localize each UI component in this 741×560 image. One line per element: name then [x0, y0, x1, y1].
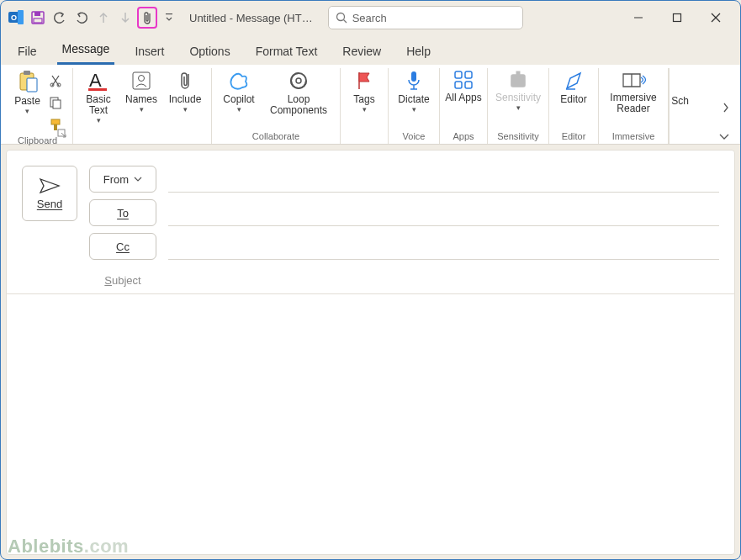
paste-button[interactable]: Paste ▾: [11, 68, 45, 116]
minimize-button[interactable]: [619, 4, 658, 31]
send-button[interactable]: Send: [22, 166, 77, 221]
undo-icon[interactable]: [50, 7, 70, 29]
svg-rect-20: [51, 119, 60, 124]
search-container: Search: [328, 6, 619, 29]
svg-rect-33: [465, 71, 472, 78]
svg-rect-37: [511, 81, 525, 87]
svg-rect-4: [34, 12, 40, 16]
tab-options[interactable]: Options: [184, 40, 235, 65]
group-editor: Editor Editor: [549, 68, 599, 144]
watermark: Ablebits.com: [8, 536, 129, 557]
editor-button[interactable]: Editor: [554, 68, 593, 105]
group-voice: Dictate ▾ Voice: [389, 68, 440, 144]
attach-file-icon[interactable]: [137, 7, 157, 29]
immersive-reader-button[interactable]: Immersive Reader: [604, 68, 663, 114]
basic-text-button[interactable]: A Basic Text ▾: [78, 68, 119, 125]
message-body[interactable]: [22, 302, 719, 546]
compose-area: Send From To Cc Subject: [6, 150, 735, 555]
copy-icon: [49, 96, 62, 109]
immersive-reader-icon: [621, 70, 646, 90]
copilot-button[interactable]: Copilot ▾: [217, 68, 261, 114]
next-item-icon[interactable]: [115, 7, 135, 29]
tab-insert[interactable]: Insert: [130, 40, 169, 65]
ribbon: Paste ▾ Clipboard A Basic Text ▾ Names ▾: [1, 65, 740, 145]
clipboard-launcher[interactable]: [57, 129, 69, 140]
group-tags: Tags ▾: [341, 68, 389, 144]
svg-text:A: A: [89, 70, 102, 91]
ribbon-overflow[interactable]: Sch: [669, 68, 691, 144]
send-icon: [39, 177, 61, 194]
ribbon-collapse-button[interactable]: [718, 132, 730, 140]
include-icon: [177, 70, 193, 92]
copy-button[interactable]: [46, 93, 65, 112]
svg-point-7: [336, 13, 344, 21]
window-title: Untitled - Message (HT…: [189, 12, 313, 24]
subject-field[interactable]: [168, 267, 719, 293]
quick-access-toolbar: O: [6, 7, 179, 29]
maximize-button[interactable]: [658, 4, 696, 31]
title-bar: O Untitled - Message (HT… Search: [1, 1, 740, 34]
svg-rect-31: [411, 71, 416, 82]
cc-field[interactable]: [168, 233, 719, 260]
to-button[interactable]: To: [89, 199, 156, 226]
from-button[interactable]: From: [89, 166, 156, 193]
chevron-down-icon: ▾: [140, 106, 144, 114]
svg-rect-6: [166, 13, 172, 14]
svg-rect-19: [53, 100, 61, 108]
svg-point-26: [139, 76, 145, 82]
paste-icon: [17, 70, 39, 93]
names-icon: [130, 70, 152, 92]
dictate-button[interactable]: Dictate ▾: [394, 68, 434, 114]
compose-divider: [7, 293, 734, 294]
group-apps: All Apps Apps: [440, 68, 488, 144]
previous-item-icon[interactable]: [93, 7, 114, 29]
loop-components-button[interactable]: Loop Components: [262, 68, 335, 116]
tab-review[interactable]: Review: [337, 40, 386, 65]
search-input[interactable]: Search: [328, 6, 523, 29]
svg-rect-32: [455, 71, 462, 78]
to-field[interactable]: [168, 199, 719, 226]
include-button[interactable]: Include ▾: [164, 68, 206, 114]
tags-button[interactable]: Tags ▾: [346, 68, 383, 114]
close-button[interactable]: [696, 4, 735, 31]
subject-label: Subject: [89, 274, 156, 287]
group-immersive: Immersive Reader Immersive: [599, 68, 669, 144]
flag-icon: [355, 70, 373, 92]
svg-rect-10: [674, 14, 681, 22]
chevron-down-icon: ▾: [183, 106, 188, 114]
group-clipboard: Paste ▾ Clipboard: [3, 68, 73, 144]
save-icon[interactable]: [28, 7, 48, 29]
search-icon: [336, 12, 347, 24]
chevron-down-icon: ▾: [412, 106, 416, 114]
outlook-icon[interactable]: O: [6, 7, 26, 29]
ribbon-tabs: File Message Insert Options Format Text …: [1, 34, 740, 65]
tab-message[interactable]: Message: [57, 37, 115, 65]
group-basic: A Basic Text ▾ Names ▾ Include ▾: [73, 68, 212, 144]
ribbon-scroll-right[interactable]: [717, 98, 735, 117]
chevron-down-icon: ▾: [25, 108, 29, 116]
editor-icon: [564, 70, 584, 92]
loop-icon: [288, 70, 310, 92]
basic-text-icon: A: [86, 70, 111, 92]
apps-icon: [453, 70, 474, 90]
tab-file[interactable]: File: [13, 40, 42, 65]
group-collaborate: Copilot ▾ Loop Components Collaborate: [212, 68, 341, 144]
cut-icon: [49, 74, 62, 87]
names-button[interactable]: Names ▾: [120, 68, 162, 114]
redo-icon[interactable]: [71, 7, 92, 29]
from-field[interactable]: [168, 166, 719, 193]
customize-qat-icon[interactable]: [159, 7, 179, 29]
chevron-down-icon: ▾: [516, 104, 521, 113]
group-sensitivity: Sensitivity ▾ Sensitivity: [488, 68, 549, 144]
svg-rect-38: [516, 71, 520, 77]
cc-button[interactable]: Cc: [89, 233, 156, 260]
cut-button[interactable]: [46, 71, 65, 90]
tab-help[interactable]: Help: [401, 40, 436, 65]
window-controls: [619, 4, 735, 31]
svg-rect-24: [88, 88, 107, 91]
chevron-down-icon: ▾: [97, 117, 101, 125]
tab-format-text[interactable]: Format Text: [251, 40, 323, 65]
svg-rect-34: [455, 82, 462, 88]
svg-rect-1: [18, 10, 24, 24]
all-apps-button[interactable]: All Apps: [445, 68, 482, 103]
